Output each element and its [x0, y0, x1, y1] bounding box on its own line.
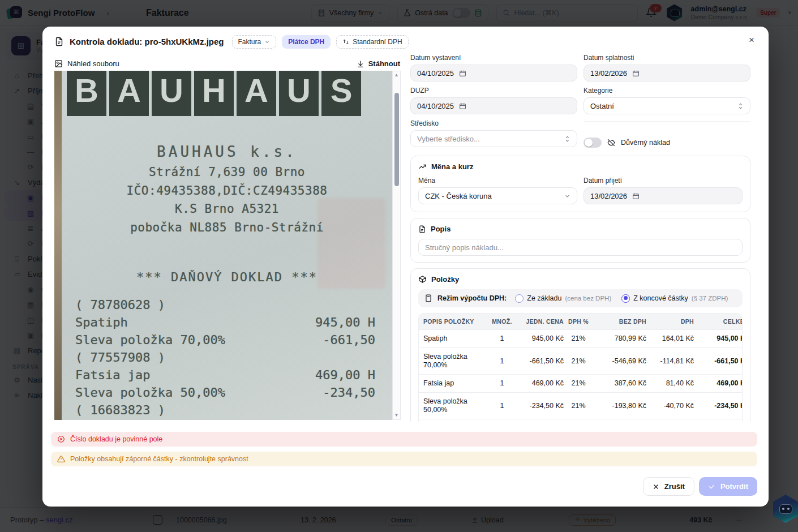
items-table-header: POPIS POLOŽKYMNOŽ.JEDN. CENADPH %BEZ DPH…	[419, 314, 742, 329]
col-header: POPIS POLOŽKY	[423, 318, 487, 325]
col-header: MNOŽ.	[489, 318, 515, 325]
items-section-title: Položky	[431, 275, 459, 284]
col-header: DPH	[649, 318, 694, 325]
calendar-icon	[459, 102, 466, 110]
cell: 1	[489, 379, 515, 388]
x-icon	[653, 483, 659, 490]
chevron-down-icon	[264, 39, 270, 45]
table-row: Sleva položka 50,00%1-234,50 Kč21%-193,8…	[419, 392, 742, 419]
cell: 164,01 Kč	[649, 334, 694, 343]
preview-scrollbar[interactable]: ▲ ▼	[392, 71, 401, 420]
currency-section: Měna a kurz Měna CZK - Česká koruna Datu…	[410, 156, 750, 212]
receipt-item-line: ( 16683823 )	[75, 401, 375, 419]
warning-triangle-icon	[57, 455, 65, 463]
receipt-address-line: K.S Brno A5321	[62, 200, 392, 218]
receipt-item-name: ( 16683823 )	[75, 401, 165, 419]
document-icon	[418, 225, 426, 233]
scrollbar-thumb[interactable]	[394, 93, 399, 186]
received-date-input[interactable]: 13/02/2026	[584, 187, 743, 204]
due-date-input[interactable]: 13/02/2026	[584, 65, 750, 81]
assistant-fab[interactable]	[772, 495, 798, 523]
category-label: Kategorie	[584, 87, 750, 95]
trending-up-icon	[418, 162, 427, 171]
receipt-item-amount: 469,00 H	[315, 366, 375, 384]
alert-text: Číslo dokladu je povinné pole	[70, 435, 162, 443]
cell: 945,00 Kč	[517, 334, 564, 343]
duzp-input[interactable]: 04/10/2025	[410, 97, 577, 114]
receipt-item-line: Sleva položka 50,00%-234,50	[75, 384, 375, 401]
updown-chevrons-icon	[564, 135, 570, 143]
center-label: Středisko	[410, 119, 577, 127]
radio-icon[interactable]	[515, 294, 524, 303]
receipt-item-line: ( 77557908 )	[75, 349, 375, 366]
category-select[interactable]: Ostatní	[584, 97, 750, 114]
cell: -661,50 Kč	[517, 357, 564, 366]
center-select[interactable]: Vyberte středisko...	[410, 130, 577, 147]
package-icon	[418, 275, 427, 284]
cell: -234,50 Kč	[696, 402, 743, 410]
x-circle-icon	[57, 435, 65, 443]
vat-mode-badge[interactable]: Standardní DPH	[336, 35, 408, 49]
receipt-preview-image: BAUHAUS BAUHAUS k.s. Strážní 7,639 00 Br…	[54, 71, 392, 420]
items-section: Položky Režim výpočtu DPH: Ze základu(ce…	[410, 268, 750, 422]
issue-date-input[interactable]: 04/10/2025	[410, 65, 577, 81]
receipt-item-name: ( 78780628 )	[75, 296, 165, 314]
description-input[interactable]: Stručný popis nákladu...	[418, 239, 743, 256]
image-icon	[54, 59, 63, 68]
receipt-address-line: IČO:49435388,DIČ:CZ49435388	[62, 182, 392, 200]
confidential-toggle[interactable]	[584, 138, 602, 148]
document-review-modal: Kontrola dokladu: pro-5hxUKkMz.jpeg Fakt…	[42, 27, 769, 507]
close-icon[interactable]: ×	[744, 32, 760, 48]
receipt-item-name: ( 77557908 )	[75, 349, 165, 366]
download-button[interactable]: Stáhnout	[357, 59, 400, 68]
currency-section-title: Měna a kurz	[431, 162, 473, 171]
receipt-item-name: Sleva položka 70,00%	[75, 331, 225, 349]
cell: 469,00 Kč	[696, 379, 743, 388]
receipt-item-line: Sleva položka 70,00%-661,50	[75, 331, 375, 349]
updown-chevrons-icon	[737, 102, 744, 110]
receipt-item-name: Fatsia jap	[75, 366, 150, 384]
doc-type-selector[interactable]: Faktura	[232, 35, 277, 49]
confirm-button[interactable]: Potvrdit	[699, 477, 757, 496]
calendar-icon	[632, 70, 640, 77]
cell: 81,40 Kč	[649, 379, 694, 388]
vat-option-label: Ze základu	[527, 294, 561, 302]
download-icon	[357, 60, 364, 68]
scroll-up-icon[interactable]: ▲	[393, 71, 400, 79]
vat-payer-badge: Plátce DPH	[282, 35, 331, 49]
receipt-items: ( 78780628 )Spatiph945,00 HSleva položka…	[75, 296, 375, 419]
cell: 945,00 Kč	[696, 334, 743, 343]
vat-option-hint: (§ 37 ZDPH)	[692, 295, 728, 302]
receipt-item-name: Sleva položka 50,00%	[75, 384, 225, 401]
cancel-button[interactable]: Zrušit	[643, 477, 694, 496]
currency-label: Měna	[418, 177, 577, 185]
col-header: DPH %	[566, 318, 591, 325]
preview-label: Náhled souboru	[67, 59, 119, 68]
error-alert: Číslo dokladu je povinné pole	[51, 432, 757, 447]
cell: -193,80 Kč	[593, 402, 646, 410]
file-preview: BAUHAUS BAUHAUS k.s. Strážní 7,639 00 Br…	[54, 71, 401, 420]
vat-mode-bar: Režim výpočtu DPH: Ze základu(cena bez D…	[418, 289, 743, 307]
duzp-label: DUZP	[410, 87, 577, 95]
receipt-item-line: Spatiph945,00 H	[75, 314, 375, 331]
radio-icon[interactable]	[621, 294, 630, 303]
cell: -114,81 Kč	[649, 357, 694, 366]
cell: 1	[489, 402, 515, 410]
currency-select[interactable]: CZK - Česká koruna	[418, 187, 577, 204]
due-date-label: Datum splatnosti	[584, 54, 750, 62]
calculator-icon	[424, 294, 432, 302]
cell: 1	[489, 334, 515, 343]
check-icon	[708, 483, 715, 490]
document-form-panel: Datum vystavení 04/10/2025 Datum splatno…	[410, 54, 750, 422]
cell: -546,69 Kč	[593, 357, 646, 366]
cell: -40,70 Kč	[649, 402, 694, 410]
cell: 21%	[566, 379, 591, 388]
cell: -234,50 Kč	[517, 402, 564, 410]
scroll-down-icon[interactable]: ▼	[393, 411, 400, 419]
issue-date-label: Datum vystavení	[410, 54, 577, 62]
receipt-item-amount: -234,50	[323, 384, 375, 401]
table-row: Sleva položka 70,00%1-661,50 Kč21%-546,6…	[419, 347, 742, 374]
table-row: Spatiph1945,00 Kč21%780,99 Kč164,01 Kč94…	[419, 329, 742, 347]
vat-option-1[interactable]: Z koncové částky(§ 37 ZDPH)	[621, 294, 728, 303]
vat-option-0[interactable]: Ze základu(cena bez DPH)	[515, 294, 611, 303]
